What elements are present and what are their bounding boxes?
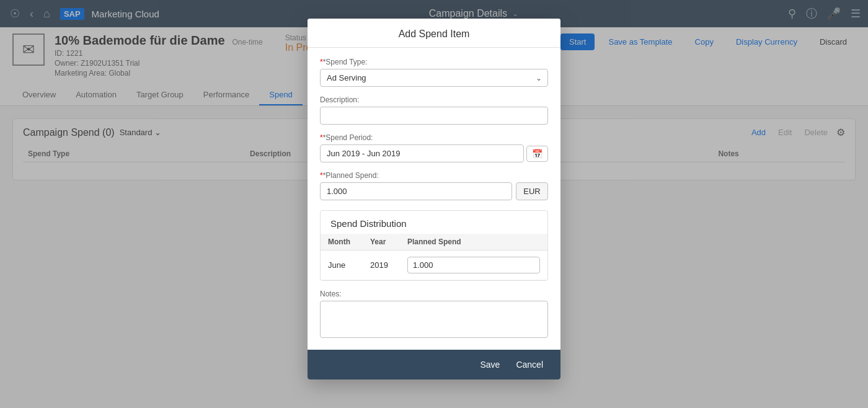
spend-type-select-wrapper: Ad Serving Advertising Creative Other ⌄	[320, 69, 548, 87]
dist-amount-input[interactable]	[407, 257, 540, 273]
modal-title: Add Spend Item	[308, 19, 560, 48]
dist-year: 2019	[363, 251, 400, 280]
notes-label: Notes:	[320, 290, 548, 298]
description-label: Description:	[320, 95, 548, 104]
cancel-button[interactable]: Cancel	[511, 357, 548, 372]
dist-col-planned-spend: Planned Spend	[400, 234, 547, 251]
distribution-table: Month Year Planned Spend June 2019	[321, 234, 547, 280]
spend-distribution-section: Spend Distribution Month Year Planned Sp…	[320, 210, 548, 281]
modal-body: **Spend Type: Ad Serving Advertising Cre…	[308, 48, 560, 350]
save-button[interactable]: Save	[475, 357, 505, 372]
spend-period-group: **Spend Period: 📅	[320, 133, 548, 162]
spend-type-select[interactable]: Ad Serving Advertising Creative Other	[320, 69, 548, 87]
notes-textarea[interactable]	[320, 301, 548, 338]
dist-amount-cell	[400, 251, 547, 280]
modal-footer: Save Cancel	[308, 350, 560, 379]
description-input[interactable]	[320, 107, 548, 125]
dist-col-year: Year	[363, 234, 400, 251]
distribution-row: June 2019	[321, 251, 547, 280]
dist-col-month: Month	[321, 234, 363, 251]
currency-badge: EUR	[516, 182, 548, 200]
add-spend-modal: Add Spend Item **Spend Type: Ad Serving …	[308, 19, 560, 379]
planned-spend-input[interactable]	[320, 182, 512, 200]
spend-type-label: **Spend Type:	[320, 58, 548, 66]
description-group: Description:	[320, 95, 548, 125]
spend-type-group: **Spend Type: Ad Serving Advertising Cre…	[320, 58, 548, 87]
dist-month: June	[321, 251, 363, 280]
distribution-title: Spend Distribution	[321, 211, 547, 234]
modal-container: Add Spend Item **Spend Type: Ad Serving …	[0, 0, 868, 408]
calendar-button[interactable]: 📅	[526, 146, 548, 162]
spend-period-wrapper: 📅	[320, 144, 548, 162]
spend-period-label: **Spend Period:	[320, 133, 548, 142]
planned-spend-group: **Planned Spend: EUR	[320, 171, 548, 200]
planned-spend-label: **Planned Spend:	[320, 171, 548, 180]
spend-period-input[interactable]	[320, 144, 524, 162]
planned-spend-row: EUR	[320, 182, 548, 200]
